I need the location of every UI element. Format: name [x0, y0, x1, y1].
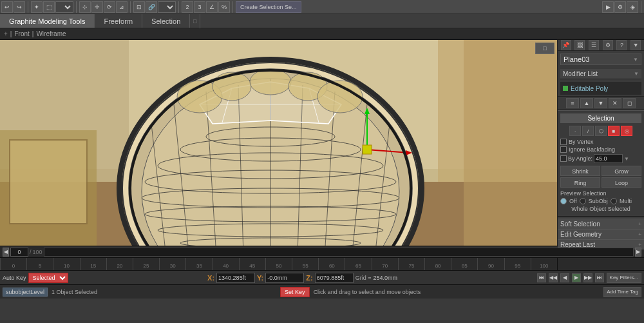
render-setup-icon[interactable]: ⚙	[614, 1, 626, 13]
preview-multi-radio[interactable]	[611, 198, 617, 204]
soft-selection-section[interactable]: Soft Selection +	[558, 219, 644, 229]
tick-100: 100	[531, 257, 557, 270]
select-region-icon[interactable]: ⬚	[43, 1, 55, 13]
3d-viewport[interactable]: □	[0, 40, 557, 246]
stack-move-up-btn[interactable]: ▲	[580, 98, 593, 108]
rp-help-icon[interactable]: ?	[616, 40, 627, 50]
selected-count-label: 1 Object Selected	[52, 289, 97, 295]
rp-dropdown-icon[interactable]: ▼	[630, 40, 641, 50]
angle-value-input[interactable]	[594, 154, 623, 163]
playback-controls: ⏮ ◀◀ ◀ ▶ ▶▶ ⏭ Key Filters...	[537, 273, 641, 283]
move-icon[interactable]: ✛	[91, 1, 103, 13]
tick-65: 65	[345, 257, 371, 270]
object-name-input[interactable]	[564, 55, 621, 63]
mode-dropdown[interactable]: All	[55, 1, 73, 13]
rotate-icon[interactable]: ⟳	[104, 1, 115, 13]
modifier-stack-item[interactable]: Editable Poly	[560, 82, 641, 95]
preview-subobj-radio[interactable]	[580, 198, 586, 204]
key-mode-dropdown[interactable]: Selected	[28, 273, 68, 283]
material-editor-icon[interactable]: ◈	[627, 1, 638, 13]
z-coord-input[interactable]	[315, 273, 354, 283]
prev-key-btn[interactable]: ◀◀	[549, 273, 558, 282]
tab-selection[interactable]: Selection	[142, 14, 190, 28]
tick-5: 5	[26, 257, 53, 270]
rp-pin-icon[interactable]: 📌	[561, 40, 571, 50]
x-coord-input[interactable]	[216, 273, 255, 283]
border-mode-icon[interactable]: ⬡	[595, 126, 607, 136]
rp-photo-icon[interactable]: 🖼	[574, 40, 585, 50]
modifier-list-label[interactable]: Modifier List ▼	[560, 69, 641, 79]
tab-close-button[interactable]: □	[190, 14, 200, 28]
ignore-backfacing-row: Ignore Backfacing	[560, 146, 641, 153]
stack-move-down-btn[interactable]: ▼	[594, 98, 607, 108]
tab-freeform[interactable]: Freeform	[95, 14, 142, 28]
reference-icon[interactable]: ⊡	[133, 1, 145, 13]
stack-active-indicator	[563, 86, 568, 91]
ring-button[interactable]: Ring	[560, 177, 600, 188]
play-back-btn[interactable]: ◀	[560, 273, 569, 282]
by-angle-checkbox[interactable]	[560, 155, 567, 162]
tick-10: 10	[53, 257, 79, 270]
tick-40: 40	[213, 257, 239, 270]
tick-15: 15	[80, 257, 106, 270]
tick-0: 0	[0, 257, 26, 270]
percent-snap-icon[interactable]: %	[218, 1, 230, 13]
angle-snap-icon[interactable]: ∠	[206, 1, 218, 13]
set-key-button[interactable]: Set Key	[280, 287, 310, 297]
svg-rect-34	[363, 145, 372, 154]
undo-icon[interactable]: ↩	[1, 1, 13, 13]
y-coord-input[interactable]	[265, 273, 304, 283]
next-key-btn[interactable]: ▶▶	[583, 273, 592, 282]
view-dropdown[interactable]: View	[158, 1, 176, 13]
scale-icon[interactable]: ⊿	[116, 1, 128, 13]
redo-icon[interactable]: ↪	[14, 1, 25, 13]
grow-button[interactable]: Grow	[601, 166, 641, 176]
ignore-backfacing-checkbox[interactable]	[560, 146, 567, 153]
snap3d-icon[interactable]: 3	[194, 1, 205, 13]
by-vertex-row: By Vertex	[560, 139, 641, 145]
render-icon[interactable]: ▶	[602, 1, 614, 13]
polygon-mode-icon[interactable]: ■	[608, 126, 620, 136]
anim-prev-btn[interactable]: ◀	[3, 248, 9, 257]
stack-delete-btn[interactable]: ✕	[609, 98, 621, 108]
tick-50: 50	[265, 257, 292, 270]
grid-value: 254.0mm	[373, 275, 397, 281]
name-dropdown-arrow[interactable]: ▼	[633, 57, 638, 63]
vertex-mode-icon[interactable]: ·	[569, 126, 581, 136]
rp-layers-icon[interactable]: ☰	[589, 40, 599, 50]
loop-button[interactable]: Loop	[601, 177, 641, 188]
edge-mode-icon[interactable]: /	[582, 126, 594, 136]
next-frame-btn[interactable]: ⏭	[595, 273, 604, 282]
add-time-tag-button[interactable]: Add Time Tag	[603, 287, 641, 297]
prev-frame-btn[interactable]: ⏮	[537, 273, 546, 282]
create-selection-button[interactable]: Create Selection Se...	[236, 1, 301, 13]
timeline-right-spacer	[557, 257, 644, 270]
select-obj-icon[interactable]: ⊹	[79, 1, 91, 13]
key-filters-button[interactable]: Key Filters...	[607, 273, 641, 283]
anim-slider[interactable]	[44, 248, 634, 257]
element-mode-icon[interactable]: ◎	[621, 126, 632, 136]
preview-off-radio[interactable]	[560, 198, 567, 204]
timeline[interactable]: 0 5 10 15 20 25 30 35 40 45 50 55 60 65 …	[0, 257, 644, 270]
stack-copy-btn[interactable]: ◻	[623, 98, 636, 108]
shrink-grow-row: Shrink Grow	[560, 166, 641, 176]
rp-settings-icon[interactable]: ⚙	[603, 40, 613, 50]
by-vertex-checkbox[interactable]	[560, 139, 567, 145]
modifier-dropdown-arrow[interactable]: ▼	[634, 71, 639, 77]
sublevel-badge[interactable]: subobjectLevel	[3, 288, 48, 297]
viewport-corner-button[interactable]: □	[535, 43, 554, 54]
tab-graphite-modeling[interactable]: Graphite Modeling Tools	[0, 14, 95, 28]
anim-next-btn[interactable]: ▶	[635, 248, 641, 257]
snap2d-icon[interactable]: 2	[182, 1, 193, 13]
select-icon[interactable]: ✦	[31, 1, 43, 13]
current-frame-input[interactable]	[10, 248, 28, 257]
modifier-stack-buttons: ≡ ▲ ▼ ✕ ◻	[558, 96, 644, 110]
tick-75: 75	[398, 257, 424, 270]
play-btn[interactable]: ▶	[572, 273, 581, 282]
link-icon[interactable]: 🔗	[146, 1, 157, 13]
angle-dropdown-arrow[interactable]: ▼	[624, 156, 629, 162]
shrink-button[interactable]: Shrink	[560, 166, 600, 176]
stack-options-btn[interactable]: ≡	[566, 98, 579, 108]
selection-section: Selection · / ⬡ ■ ◎ By Vertex Ignore Bac…	[558, 111, 644, 215]
edit-geometry-section[interactable]: Edit Geometry +	[558, 229, 644, 239]
